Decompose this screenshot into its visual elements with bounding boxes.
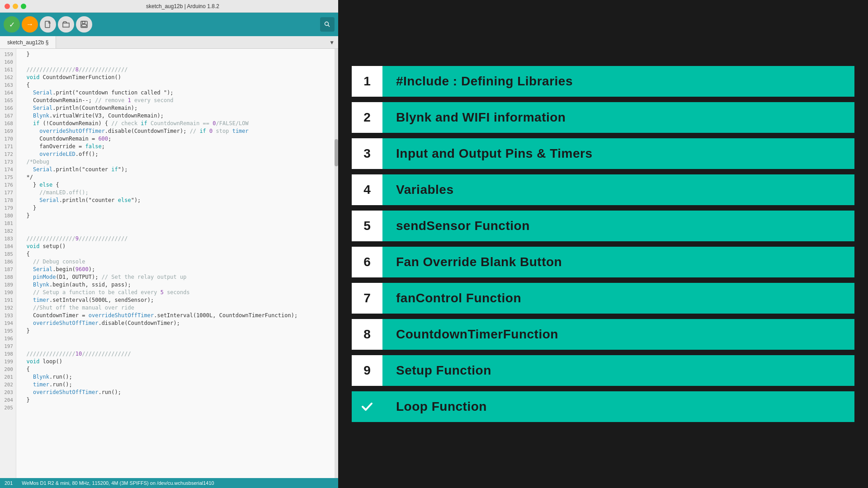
verify-button[interactable]: ✓: [4, 16, 20, 33]
nav-label-5: sendSensor Function: [382, 211, 854, 241]
svg-rect-2: [82, 21, 85, 23]
minimize-button[interactable]: [13, 4, 18, 9]
nav-item-5[interactable]: 5sendSensor Function: [352, 211, 854, 241]
nav-label-10: Loop Function: [382, 391, 854, 422]
nav-number-2: 2: [352, 102, 382, 133]
nav-label-8: CountdownTimerFunction: [382, 319, 854, 350]
dropdown-icon: ▼: [330, 39, 333, 46]
code-editor[interactable]: 1591601611621631641651661671681691701711…: [0, 49, 338, 478]
nav-item-2[interactable]: 2Blynk and WIFI information: [352, 102, 854, 133]
toolbar: ✓ →: [0, 13, 338, 36]
nav-number-10: [352, 391, 382, 422]
code-content[interactable]: } ///////////////8/////////////// void C…: [16, 49, 335, 478]
nav-item-8[interactable]: 8CountdownTimerFunction: [352, 319, 854, 350]
nav-item-6[interactable]: 6Fan Override Blank Button: [352, 247, 854, 277]
nav-item-1[interactable]: 1#Include : Defining Libraries: [352, 66, 854, 97]
search-icon[interactable]: [320, 17, 335, 32]
nav-number-7: 7: [352, 283, 382, 314]
status-bar: 201 WeMos D1 R2 & mini, 80 MHz, 115200, …: [0, 478, 338, 488]
nav-number-3: 3: [352, 138, 382, 169]
scrollbar[interactable]: [335, 49, 338, 478]
window-buttons: [5, 4, 26, 9]
nav-number-9: 9: [352, 355, 382, 386]
tab-dropdown[interactable]: ▼: [326, 36, 338, 48]
nav-item-3[interactable]: 3Input and Output Pins & Timers: [352, 138, 854, 169]
save-button[interactable]: [76, 16, 92, 33]
nav-number-5: 5: [352, 211, 382, 241]
nav-item-10[interactable]: Loop Function: [352, 391, 854, 422]
close-button[interactable]: [5, 4, 10, 9]
maximize-button[interactable]: [21, 4, 26, 9]
scrollbar-thumb[interactable]: [335, 139, 338, 166]
line-number: 201: [5, 480, 13, 486]
nav-item-7[interactable]: 7fanControl Function: [352, 283, 854, 314]
tab-bar: sketch_aug12b § ▼: [0, 36, 338, 49]
line-numbers: 1591601611621631641651661671681691701711…: [0, 49, 16, 478]
active-tab[interactable]: sketch_aug12b §: [0, 36, 56, 48]
nav-number-1: 1: [352, 66, 382, 97]
open-button[interactable]: [58, 16, 74, 33]
nav-label-2: Blynk and WIFI information: [382, 102, 854, 133]
new-button[interactable]: [40, 16, 56, 33]
nav-item-9[interactable]: 9Setup Function: [352, 355, 854, 386]
svg-rect-3: [82, 24, 86, 27]
board-info: WeMos D1 R2 & mini, 80 MHz, 115200, 4M (…: [22, 480, 214, 486]
nav-label-7: fanControl Function: [382, 283, 854, 314]
nav-number-6: 6: [352, 247, 382, 277]
ide-panel: sketch_aug12b | Arduino 1.8.2 ✓ → sketch…: [0, 0, 338, 488]
nav-number-4: 4: [352, 174, 382, 205]
upload-button[interactable]: →: [22, 16, 38, 33]
nav-label-1: #Include : Defining Libraries: [382, 66, 854, 97]
nav-number-8: 8: [352, 319, 382, 350]
nav-item-4[interactable]: 4Variables: [352, 174, 854, 205]
window-title: sketch_aug12b | Arduino 1.8.2: [32, 3, 334, 9]
nav-panel: 1#Include : Defining Libraries2Blynk and…: [338, 0, 868, 488]
nav-label-9: Setup Function: [382, 355, 854, 386]
svg-point-4: [325, 22, 329, 26]
nav-label-6: Fan Override Blank Button: [382, 247, 854, 277]
tab-label: sketch_aug12b §: [7, 39, 48, 46]
nav-label-3: Input and Output Pins & Timers: [382, 138, 854, 169]
nav-label-4: Variables: [382, 174, 854, 205]
title-bar: sketch_aug12b | Arduino 1.8.2: [0, 0, 338, 13]
